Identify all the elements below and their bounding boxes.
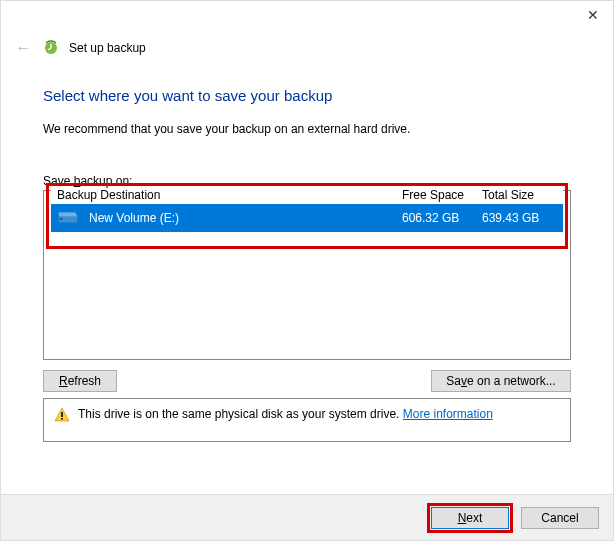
drive-free-space: 606.32 GB (402, 211, 482, 225)
col-header-free: Free Space (402, 188, 482, 202)
drive-list[interactable]: Backup Destination Free Space Total Size… (43, 190, 571, 360)
next-button-highlight: Next (427, 503, 513, 533)
svg-rect-2 (61, 412, 63, 417)
table-header-row: Backup Destination Free Space Total Size (51, 188, 563, 204)
dialog-footer: Next Cancel (1, 494, 613, 540)
page-heading: Select where you want to save your backu… (43, 87, 571, 104)
back-arrow-icon[interactable]: ← (13, 37, 33, 59)
more-information-link[interactable]: More information (403, 407, 493, 421)
wizard-header: ← Set up backup (1, 29, 613, 63)
backup-wizard-icon (43, 40, 59, 56)
drive-row-selected[interactable]: New Volume (E:) 606.32 GB 639.43 GB (51, 204, 563, 232)
drive-total-size: 639.43 GB (482, 211, 557, 225)
col-header-total: Total Size (482, 188, 557, 202)
recommendation-text: We recommend that you save your backup o… (43, 122, 571, 136)
save-on-network-button[interactable]: Save on a network... (431, 370, 571, 392)
warning-text: This drive is on the same physical disk … (78, 407, 403, 421)
warning-text-container: This drive is on the same physical disk … (78, 407, 493, 421)
warning-icon (54, 407, 70, 423)
col-header-destination: Backup Destination (57, 188, 402, 202)
hard-drive-icon (57, 210, 79, 226)
refresh-button[interactable]: Refresh (43, 370, 117, 392)
close-icon[interactable]: ✕ (587, 7, 599, 23)
drive-name: New Volume (E:) (89, 211, 402, 225)
next-button[interactable]: Next (431, 507, 509, 529)
selection-highlight: Backup Destination Free Space Total Size… (46, 183, 568, 249)
window-title: Set up backup (69, 41, 146, 55)
svg-rect-1 (60, 218, 63, 220)
svg-rect-3 (61, 418, 63, 420)
cancel-button[interactable]: Cancel (521, 507, 599, 529)
warning-box: This drive is on the same physical disk … (43, 398, 571, 442)
